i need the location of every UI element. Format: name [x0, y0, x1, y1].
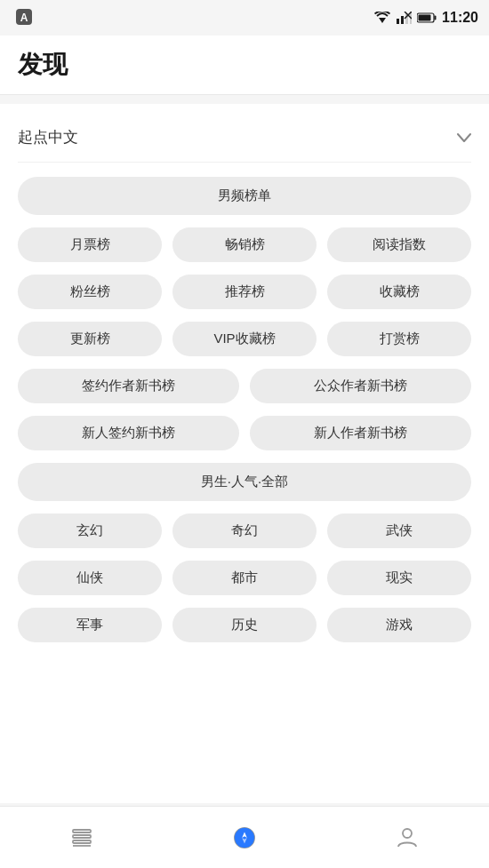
xianxia-btn[interactable]: 仙侠 [18, 561, 162, 595]
qian-yue-xinshubang-btn[interactable]: 签约作者新书榜 [18, 369, 239, 403]
chevron-down-icon [457, 130, 471, 146]
chang-xiao-btn[interactable]: 畅销榜 [172, 227, 317, 262]
vip-shou-cang-btn[interactable]: VIP收藏榜 [172, 322, 317, 356]
yue-piao-btn[interactable]: 月票榜 [18, 227, 162, 262]
genre-row-1: 玄幻 奇幻 武侠 [18, 514, 471, 548]
page-header: 发现 [0, 36, 489, 95]
youxi-btn[interactable]: 游戏 [327, 608, 471, 642]
yue-du-btn[interactable]: 阅读指数 [327, 227, 471, 262]
person-icon [395, 825, 420, 850]
status-right-icons: 11:20 [374, 10, 478, 26]
chart-row-3: 更新榜 VIP收藏榜 打赏榜 [18, 322, 471, 356]
male-chart-button[interactable]: 男频榜单 [18, 177, 471, 215]
xinren-zuozhe-btn[interactable]: 新人作者新书榜 [250, 416, 471, 450]
svg-marker-2 [379, 18, 386, 23]
bottom-navigation [0, 806, 489, 868]
svg-point-20 [403, 829, 412, 838]
chart-row-2: 粉丝榜 推荐榜 收藏榜 [18, 275, 471, 309]
qihuan-btn[interactable]: 奇幻 [172, 514, 317, 548]
xuanhuan-btn[interactable]: 玄幻 [18, 514, 162, 548]
nav-item-bookshelf[interactable] [0, 807, 163, 868]
svg-rect-13 [73, 835, 91, 838]
chart-row-4: 签约作者新书榜 公众作者新书榜 [18, 369, 471, 403]
wifi-icon [374, 12, 390, 24]
chart-row-1: 月票榜 畅销榜 阅读指数 [18, 227, 471, 262]
dushi-btn[interactable]: 都市 [172, 561, 317, 595]
bookshelf-icon [69, 825, 94, 850]
source-dropdown[interactable]: 起点中文 [18, 118, 471, 163]
chart-row-5: 新人签约新书榜 新人作者新书榜 [18, 416, 471, 450]
male-popularity-button[interactable]: 男生·人气·全部 [18, 463, 471, 501]
status-app-icon: A [14, 7, 34, 29]
fen-si-btn[interactable]: 粉丝榜 [18, 275, 162, 309]
signal-icon [396, 12, 412, 24]
status-bar: A 11:20 [0, 0, 489, 36]
main-content: 起点中文 男频榜单 月票榜 畅销榜 阅读指数 粉丝榜 推荐榜 收藏榜 更新榜 V… [0, 104, 489, 803]
svg-rect-12 [73, 830, 91, 832]
geng-xin-btn[interactable]: 更新榜 [18, 322, 162, 356]
compass-icon [232, 825, 257, 850]
wuxia-btn[interactable]: 武侠 [327, 514, 471, 548]
nav-item-discover[interactable] [163, 807, 325, 868]
junshi-btn[interactable]: 军事 [18, 608, 162, 642]
svg-rect-14 [73, 840, 91, 843]
xianshi-btn[interactable]: 现实 [327, 561, 471, 595]
da-shang-btn[interactable]: 打赏榜 [327, 322, 471, 356]
shou-cang-btn[interactable]: 收藏榜 [327, 275, 471, 309]
svg-rect-4 [401, 16, 404, 24]
svg-point-17 [235, 827, 254, 847]
lishi-btn[interactable]: 历史 [172, 608, 317, 642]
dropdown-label: 起点中文 [18, 127, 78, 147]
svg-rect-10 [435, 16, 437, 20]
genre-row-3: 军事 历史 游戏 [18, 608, 471, 642]
genre-row-2: 仙侠 都市 现实 [18, 561, 471, 595]
svg-rect-3 [397, 19, 399, 24]
xinren-qianyue-btn[interactable]: 新人签约新书榜 [18, 416, 239, 450]
clock: 11:20 [442, 10, 478, 26]
battery-icon [417, 12, 437, 23]
tui-jian-btn[interactable]: 推荐榜 [172, 275, 317, 309]
svg-text:A: A [20, 12, 28, 24]
svg-rect-11 [419, 15, 431, 21]
gongzhong-xinshubang-btn[interactable]: 公众作者新书榜 [250, 369, 471, 403]
nav-item-profile[interactable] [326, 807, 489, 868]
page-title: 发现 [18, 51, 68, 78]
